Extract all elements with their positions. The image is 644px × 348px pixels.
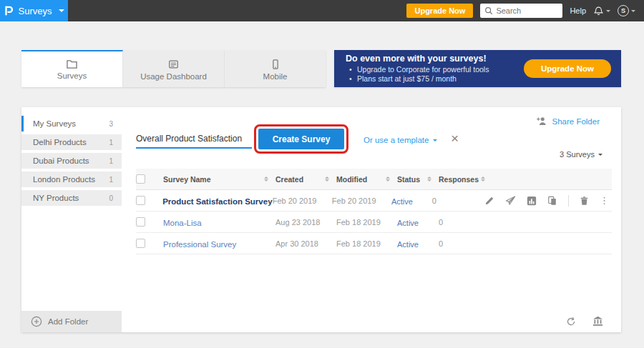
send-icon[interactable] (505, 196, 516, 206)
chevron-down-icon (606, 10, 610, 12)
row-checkbox[interactable] (136, 239, 145, 248)
sidebar-item-delhi-products[interactable]: Delhi Products 1 (21, 134, 122, 150)
surveys-content: Create Survey Or use a template × Share … (122, 107, 621, 332)
highlight-annotation: Create Survey (254, 124, 348, 154)
table-row: Mona-Lisa Aug 23 2018 Feb 18 2019 Active… (136, 212, 612, 233)
survey-name-link[interactable]: Professional Survey (163, 240, 236, 249)
status-link[interactable]: Active (397, 219, 419, 227)
tabstrip: Surveys Usage Dashboard Mobile (21, 50, 326, 87)
folders-sidebar: My Surveys 3 Delhi Products 1 Dubai Prod… (21, 107, 122, 332)
divider (568, 195, 569, 207)
banner-title: Do even more with your surveys! (346, 54, 489, 64)
chevron-down-icon (631, 10, 635, 12)
topbar: Surveys Upgrade Now Help S (0, 0, 644, 21)
delete-icon[interactable] (580, 196, 589, 206)
sort-icon[interactable] (427, 177, 431, 182)
sort-icon[interactable] (481, 177, 485, 182)
add-folder-button[interactable]: Add Folder (21, 311, 122, 332)
sort-icon[interactable] (386, 177, 390, 182)
search-box[interactable] (480, 4, 562, 18)
search-input[interactable] (496, 6, 557, 15)
upsell-banner: Do even more with your surveys! Upgrade … (334, 50, 621, 87)
help-link[interactable]: Help (570, 6, 586, 15)
status-link[interactable]: Active (391, 197, 413, 206)
sidebar-item-london-products[interactable]: London Products 1 (21, 171, 122, 187)
survey-name-link[interactable]: Mona-Lisa (163, 219, 202, 227)
app-menu[interactable]: Surveys (0, 0, 68, 21)
sidebar-item-my-surveys[interactable]: My Surveys 3 (21, 116, 122, 131)
reports-icon[interactable] (527, 196, 537, 206)
chevron-down-icon (598, 154, 602, 156)
table-row: Professional Survey Apr 30 2018 Feb 18 2… (136, 233, 612, 254)
surveys-count-dropdown[interactable]: 3 Surveys (560, 150, 602, 159)
avatar: S (618, 5, 629, 16)
plus-circle-icon (31, 316, 42, 327)
create-survey-button[interactable]: Create Survey (258, 129, 344, 149)
new-survey-name-input[interactable] (136, 130, 252, 149)
table-header-row: Survey Name Created Modified Status Resp… (136, 169, 612, 190)
use-template-link[interactable]: Or use a template (364, 136, 437, 144)
edit-icon[interactable] (484, 196, 494, 206)
banner-upgrade-button[interactable]: Upgrade Now (524, 59, 611, 78)
brand-logo-icon (4, 5, 14, 16)
select-all-checkbox[interactable] (136, 174, 145, 184)
chevron-down-icon (59, 9, 64, 12)
row-checkbox[interactable] (136, 217, 145, 227)
archive-bank-icon[interactable] (592, 316, 603, 327)
tab-surveys[interactable]: Surveys (21, 50, 123, 87)
tab-mobile[interactable]: Mobile (225, 50, 326, 87)
sort-icon[interactable] (264, 177, 268, 182)
notifications-button[interactable] (593, 6, 610, 16)
upgrade-now-button[interactable]: Upgrade Now (406, 4, 473, 18)
mobile-icon (270, 59, 281, 70)
sidebar-item-dubai-products[interactable]: Dubai Products 1 (21, 153, 122, 169)
survey-name-link[interactable]: Product Satisfaction Survey (162, 197, 272, 206)
bell-icon (593, 6, 604, 16)
table-row: Product Satisfaction Survey Feb 20 2019 … (136, 190, 612, 212)
main-panel: My Surveys 3 Delhi Products 1 Dubai Prod… (21, 107, 621, 332)
add-person-icon (536, 116, 547, 126)
more-options-icon[interactable]: ⋮ (600, 195, 609, 206)
restore-icon[interactable] (565, 317, 577, 327)
banner-bullet: Plans start at just $75 / month (346, 74, 489, 84)
account-menu[interactable]: S (618, 5, 635, 16)
sort-icon[interactable] (325, 177, 329, 182)
folder-icon (66, 59, 78, 69)
status-link[interactable]: Active (397, 240, 419, 249)
chevron-down-icon (433, 139, 437, 141)
row-checkbox[interactable] (136, 196, 145, 205)
product-switcher-label: Surveys (19, 6, 52, 16)
banner-bullet: Upgrade to Corporate for powerful tools (346, 65, 489, 74)
tab-usage-dashboard[interactable]: Usage Dashboard (123, 50, 225, 87)
share-folder-button[interactable]: Share Folder (536, 116, 600, 126)
search-icon (484, 6, 493, 15)
close-icon[interactable]: × (451, 131, 459, 145)
surveys-table: Survey Name Created Modified Status Resp… (136, 169, 612, 254)
copy-icon[interactable] (547, 196, 557, 206)
sidebar-item-ny-products[interactable]: NY Products 0 (21, 190, 122, 206)
dashboard-icon (167, 59, 180, 70)
